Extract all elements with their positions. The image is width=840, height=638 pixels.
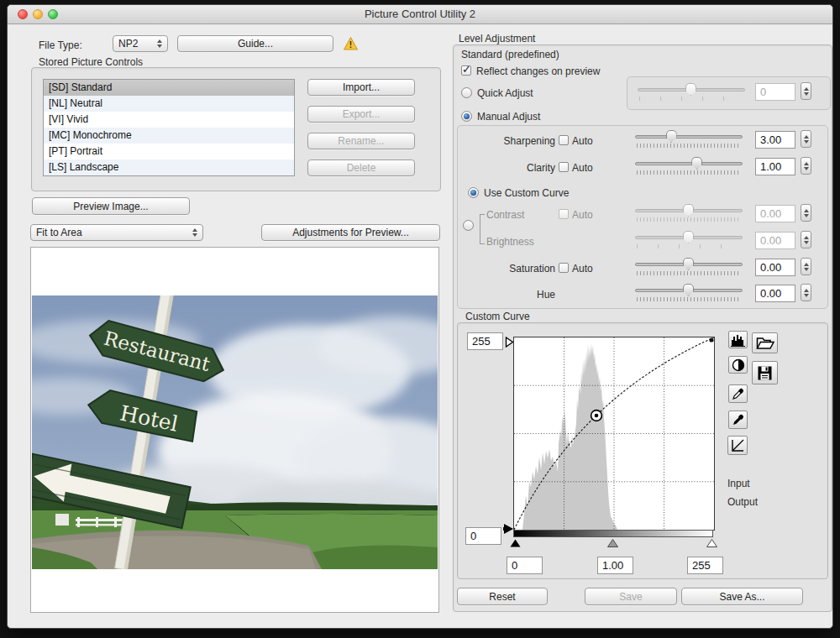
title-bar[interactable]: Picture Control Utility 2 xyxy=(8,5,832,24)
brightness-value[interactable]: 0.00 xyxy=(755,232,795,249)
gamma-marker[interactable] xyxy=(607,539,618,547)
sharpening-slider[interactable] xyxy=(635,131,743,149)
sharpening-value[interactable]: 3.00 xyxy=(755,131,795,149)
saturation-stepper[interactable] xyxy=(801,258,811,275)
export-button[interactable]: Export... xyxy=(307,106,415,123)
saturation-auto-label: Auto xyxy=(572,263,593,275)
open-curve-button[interactable] xyxy=(752,332,778,353)
hue-slider[interactable] xyxy=(635,285,743,303)
contrast-slider[interactable] xyxy=(635,205,743,223)
stepper-arrows-icon xyxy=(192,228,197,237)
gamma-field[interactable]: 1.00 xyxy=(597,557,633,574)
output-max-marker[interactable] xyxy=(505,337,514,348)
save-curve-button[interactable] xyxy=(752,361,778,384)
use-custom-curve-radio[interactable] xyxy=(468,187,479,198)
clarity-value[interactable]: 1.00 xyxy=(755,158,795,175)
list-item[interactable]: [MC] Monochrome xyxy=(44,128,294,144)
reset-curve-button[interactable] xyxy=(727,436,748,455)
output-min-field[interactable]: 0 xyxy=(465,527,501,545)
input-max-field[interactable]: 255 xyxy=(687,557,723,574)
open-folder-icon xyxy=(756,336,774,350)
white-point-eyedropper-icon xyxy=(732,387,745,400)
slider-thumb[interactable] xyxy=(683,258,694,270)
show-histogram-button[interactable] xyxy=(728,331,748,348)
black-point-eyedropper-icon xyxy=(732,413,745,426)
preview-image-button[interactable]: Preview Image... xyxy=(32,197,190,215)
picture-control-list[interactable]: [SD] Standard [NL] Neutral [VI] Vivid [M… xyxy=(43,79,295,176)
delete-button[interactable]: Delete xyxy=(307,160,415,176)
saturation-slider[interactable] xyxy=(635,259,743,277)
curve-midpoint-handle[interactable] xyxy=(591,411,602,421)
clarity-label: Clarity xyxy=(457,162,555,174)
adjustments-for-preview-button[interactable]: Adjustments for Preview... xyxy=(261,224,440,241)
input-white-marker[interactable] xyxy=(706,539,717,547)
file-type-value: NP2 xyxy=(118,38,138,50)
preview-pane[interactable]: Restaurant Hotel xyxy=(30,247,439,613)
hue-stepper[interactable] xyxy=(801,284,811,301)
list-item[interactable]: [PT] Portrait xyxy=(44,144,294,160)
brightness-stepper[interactable] xyxy=(801,231,811,248)
quick-adjust-value[interactable]: 0 xyxy=(755,83,795,101)
list-item[interactable]: [LS] Landscape xyxy=(44,160,294,175)
rename-button[interactable]: Rename... xyxy=(307,133,415,149)
slider-thumb[interactable] xyxy=(685,83,696,96)
black-point-eyedropper-button[interactable] xyxy=(728,411,748,429)
curve-plot xyxy=(514,337,714,530)
clarity-stepper[interactable] xyxy=(801,157,811,175)
zoom-select[interactable]: Fit to Area xyxy=(30,224,203,241)
quick-adjust-radio[interactable] xyxy=(461,87,472,98)
sharpening-auto-checkbox[interactable] xyxy=(559,135,569,145)
clarity-slider[interactable] xyxy=(635,158,743,176)
output-max-field[interactable]: 255 xyxy=(467,332,503,350)
clarity-auto-checkbox[interactable] xyxy=(559,162,569,172)
input-min-field[interactable]: 0 xyxy=(507,557,543,574)
sharpening-label: Sharpening xyxy=(457,135,555,147)
linear-curve-icon xyxy=(731,438,745,452)
list-item[interactable]: [NL] Neutral xyxy=(44,96,294,112)
reflect-changes-checkbox[interactable] xyxy=(461,65,471,76)
list-item[interactable]: [SD] Standard xyxy=(44,80,294,96)
guide-button[interactable]: Guide... xyxy=(177,35,333,52)
curve-histogram xyxy=(522,343,617,530)
stepper-arrows-icon xyxy=(157,39,162,48)
svg-text:!: ! xyxy=(349,40,352,50)
manual-adjust-label: Manual Adjust xyxy=(477,111,540,123)
curve-gradient-bar xyxy=(513,530,713,537)
contrast-icon xyxy=(732,358,745,372)
import-button[interactable]: Import... xyxy=(307,79,415,96)
output-label: Output xyxy=(727,496,758,508)
quick-adjust-label: Quick Adjust xyxy=(477,87,533,99)
curve-canvas[interactable] xyxy=(513,337,715,531)
sharpening-stepper[interactable] xyxy=(801,130,811,148)
preview-photo: Restaurant Hotel xyxy=(32,295,438,569)
hue-value[interactable]: 0.00 xyxy=(755,285,795,302)
contrast-value[interactable]: 0.00 xyxy=(755,205,795,222)
slider-thumb[interactable] xyxy=(683,284,694,296)
slider-thumb[interactable] xyxy=(683,231,694,243)
slider-thumb[interactable] xyxy=(683,204,694,217)
white-point-eyedropper-button[interactable] xyxy=(728,384,748,403)
curve-endpoint[interactable] xyxy=(709,337,713,342)
window-title: Picture Control Utility 2 xyxy=(8,8,832,20)
contrast-button[interactable] xyxy=(728,356,748,374)
input-black-marker[interactable] xyxy=(510,539,521,547)
reset-button[interactable]: Reset xyxy=(457,588,548,605)
use-custom-curve-label: Use Custom Curve xyxy=(484,187,569,199)
quick-adjust-slider[interactable] xyxy=(638,84,745,102)
manual-adjust-radio[interactable] xyxy=(461,111,472,122)
save-as-button[interactable]: Save As... xyxy=(681,588,803,605)
contrast-stepper[interactable] xyxy=(801,204,811,222)
saturation-value[interactable]: 0.00 xyxy=(755,259,795,276)
quick-adjust-stepper[interactable] xyxy=(801,82,811,100)
save-button[interactable]: Save xyxy=(585,588,677,605)
list-item[interactable]: [VI] Vivid xyxy=(44,112,294,128)
contrast-auto-checkbox[interactable] xyxy=(559,209,569,219)
custom-curve-label: Custom Curve xyxy=(465,311,530,322)
saturation-auto-checkbox[interactable] xyxy=(559,263,569,273)
file-type-select[interactable]: NP2 xyxy=(113,35,168,52)
contrast-brightness-radio[interactable] xyxy=(463,220,474,231)
slider-thumb[interactable] xyxy=(691,157,702,170)
brightness-slider[interactable] xyxy=(635,232,743,250)
slider-thumb[interactable] xyxy=(666,130,677,143)
reflect-changes-label: Reflect changes on preview xyxy=(476,65,600,77)
